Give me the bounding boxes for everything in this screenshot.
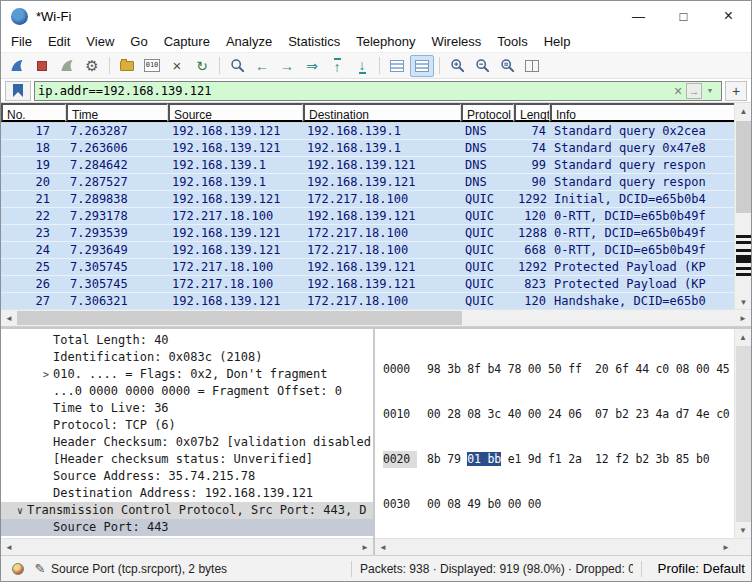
profile-selector[interactable]: Profile: Default (658, 559, 745, 579)
resize-columns-button[interactable] (520, 55, 544, 77)
find-packet-button[interactable] (225, 55, 249, 77)
menu-capture[interactable]: Capture (156, 32, 218, 51)
scroll-left-icon[interactable]: ◄ (375, 539, 391, 555)
packet-row[interactable]: 177.263287192.168.139.121192.168.139.1DN… (1, 123, 734, 140)
detail-line[interactable]: Time to Live: 36 (1, 400, 373, 417)
reload-button[interactable]: ↻ (190, 55, 214, 77)
auto-scroll-button[interactable] (410, 55, 434, 77)
detail-line[interactable]: Header Checksum: 0x07b2 [validation disa… (1, 434, 373, 451)
scroll-up-icon[interactable]: ▲ (735, 103, 752, 119)
packet-row[interactable]: 237.293539192.168.139.121172.217.18.100Q… (1, 225, 734, 242)
filter-clear-button[interactable]: × (670, 83, 686, 99)
detail-line-source-port[interactable]: Source Port: 443 (1, 519, 373, 536)
menu-edit[interactable]: Edit (40, 32, 78, 51)
menu-file[interactable]: File (3, 32, 40, 51)
menu-telephony[interactable]: Telephony (348, 32, 423, 51)
scroll-left-icon[interactable]: ◄ (1, 310, 17, 326)
detail-line[interactable]: ...0 0000 0000 0000 = Fragment Offset: 0 (1, 383, 373, 400)
menu-view[interactable]: View (78, 32, 122, 51)
filter-bookmark-button[interactable] (5, 81, 31, 101)
zoom-reset-button[interactable] (495, 55, 519, 77)
filter-dropdown-button[interactable]: ▼ (702, 83, 718, 99)
column-header-source[interactable]: Source (168, 103, 303, 122)
detail-line[interactable]: Identification: 0x083c (2108) (1, 349, 373, 366)
colorize-packets-button[interactable] (385, 55, 409, 77)
detail-line[interactable]: Source Address: 35.74.215.78 (1, 468, 373, 485)
hex-dump[interactable]: 000098 3b 8f b4 78 00 50 ff 20 6f 44 c0 … (375, 329, 734, 538)
expander-icon[interactable]: ∨ (13, 502, 27, 519)
detail-line-tcp[interactable]: ∨Transmission Control Protocol, Src Port… (1, 502, 373, 519)
packet-row[interactable]: 267.305745172.217.18.100192.168.139.121Q… (1, 276, 734, 293)
detail-line[interactable]: >010. .... = Flags: 0x2, Don't fragment (1, 366, 373, 383)
hex-row[interactable]: 000098 3b 8f b4 78 00 50 ff 20 6f 44 c0 … (383, 361, 734, 378)
maximize-button[interactable]: □ (661, 1, 706, 31)
go-forward-button[interactable]: → (275, 55, 299, 77)
zoom-out-button[interactable] (470, 55, 494, 77)
go-to-packet-button[interactable]: ⇒ (300, 55, 324, 77)
start-capture-button[interactable] (5, 55, 29, 77)
close-button[interactable]: × (706, 1, 751, 31)
zoom-in-button[interactable] (445, 55, 469, 77)
column-header-length[interactable]: Length (514, 103, 550, 122)
menu-wireless[interactable]: Wireless (423, 32, 489, 51)
packet-row[interactable]: 187.263606192.168.139.121192.168.139.1DN… (1, 140, 734, 157)
packet-row[interactable]: 247.293649192.168.139.121172.217.18.100Q… (1, 242, 734, 259)
go-last-packet-button[interactable]: ↓ (350, 55, 374, 77)
minimize-button[interactable]: — (616, 1, 661, 31)
open-file-button[interactable] (115, 55, 139, 77)
scrollbar-track[interactable] (17, 539, 357, 555)
hex-horizontal-scrollbar[interactable]: ◄ ► (375, 538, 751, 555)
stop-capture-button[interactable] (30, 55, 54, 77)
expander-icon[interactable]: > (39, 366, 53, 383)
menu-help[interactable]: Help (536, 32, 579, 51)
scrollbar-track[interactable] (17, 310, 735, 326)
column-header-no[interactable]: No. (1, 103, 66, 122)
scrollbar-track[interactable] (391, 539, 718, 555)
filter-apply-button[interactable]: → (686, 83, 702, 99)
detail-line[interactable]: [Header checksum status: Unverified] (1, 451, 373, 468)
detail-line[interactable]: Total Length: 40 (1, 332, 373, 349)
column-header-time[interactable]: Time (66, 103, 168, 122)
hex-bytes-selected[interactable]: 01 bb (467, 452, 501, 466)
packet-row[interactable]: 207.287527192.168.139.1192.168.139.121DN… (1, 174, 734, 191)
scrollbar-thumb[interactable] (17, 311, 462, 325)
scrollbar-thumb[interactable] (736, 121, 751, 213)
scroll-right-icon[interactable]: ► (357, 539, 373, 555)
detail-line[interactable]: Protocol: TCP (6) (1, 417, 373, 434)
menu-go[interactable]: Go (122, 32, 155, 51)
menu-statistics[interactable]: Statistics (280, 32, 348, 51)
menu-analyze[interactable]: Analyze (218, 32, 280, 51)
expert-info-button[interactable] (7, 559, 29, 579)
packet-row[interactable]: 217.289838192.168.139.121172.217.18.100Q… (1, 191, 734, 208)
go-back-button[interactable]: ← (250, 55, 274, 77)
go-first-packet-button[interactable]: ↑ (325, 55, 349, 77)
capture-comment-button[interactable]: ✎ (29, 559, 51, 579)
scrollbar-thumb[interactable] (736, 346, 751, 522)
save-file-button[interactable]: 010 (140, 55, 164, 77)
scroll-down-icon[interactable]: ▼ (735, 522, 751, 538)
detail-line[interactable]: Destination Address: 192.168.139.121 (1, 485, 373, 502)
hex-row[interactable]: 001000 28 08 3c 40 00 24 06 07 b2 23 4a … (383, 406, 734, 423)
packet-row[interactable]: 197.284642192.168.139.1192.168.139.121DN… (1, 157, 734, 174)
packet-row[interactable]: 227.293178172.217.18.100192.168.139.121Q… (1, 208, 734, 225)
packet-row[interactable]: 277.306321192.168.139.121172.217.18.100Q… (1, 293, 734, 310)
details-horizontal-scrollbar[interactable]: ◄ ► (1, 538, 373, 555)
column-header-protocol[interactable]: Protocol (461, 103, 514, 122)
scroll-left-icon[interactable]: ◄ (1, 539, 17, 555)
scroll-down-icon[interactable]: ▼ (735, 294, 752, 310)
packet-row[interactable]: 257.305745172.217.18.100192.168.139.121Q… (1, 259, 734, 276)
display-filter-input[interactable] (38, 84, 670, 98)
restart-capture-button[interactable] (55, 55, 79, 77)
filter-add-button[interactable]: + (725, 81, 747, 101)
close-file-button[interactable]: × (165, 55, 189, 77)
scroll-up-icon[interactable]: ▲ (735, 329, 751, 345)
packet-list-horizontal-scrollbar[interactable]: ◄ ► (1, 309, 751, 326)
column-header-destination[interactable]: Destination (303, 103, 461, 122)
scroll-right-icon[interactable]: ► (718, 539, 734, 555)
hex-vertical-scrollbar[interactable]: ▲ ▼ (734, 329, 751, 538)
menu-tools[interactable]: Tools (489, 32, 535, 51)
scroll-right-icon[interactable]: ► (735, 310, 751, 326)
hex-row[interactable]: 00208b 79 01 bb e1 9d f1 2a 12 f2 b2 3b … (383, 451, 734, 468)
capture-options-button[interactable]: ⚙ (80, 55, 104, 77)
column-header-info[interactable]: Info (550, 103, 734, 122)
